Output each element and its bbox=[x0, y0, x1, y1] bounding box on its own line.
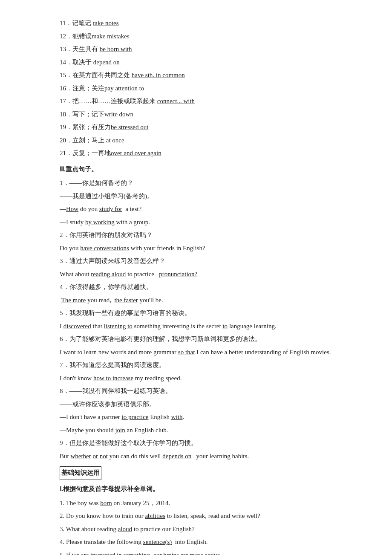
vocab-en-12: make mistakes bbox=[92, 33, 130, 40]
ps3-underline: aloud bbox=[118, 526, 132, 532]
vocab-item-11: 11．记笔记 take notes bbox=[60, 17, 341, 29]
jc-section-header: 基础知识运用 bbox=[60, 466, 341, 480]
practice-sentence-4: 4. Please translate the following senten… bbox=[60, 536, 341, 548]
sentence-3: 3．通过大声朗读来练习发音怎么样？ What about reading alo… bbox=[60, 255, 341, 280]
jc-box-label: 基础知识运用 bbox=[60, 466, 101, 480]
sentence-7-zh: 7．我不知道怎么提高我的阅读速度。 bbox=[60, 359, 341, 371]
sentence-5: 5．我发现听一些有趣的事是学习语言的秘诀。 I discovered that … bbox=[60, 307, 341, 332]
main-content: 11．记笔记 take notes 12．犯错误make mistakes 13… bbox=[60, 17, 341, 555]
vocab-en-18: write down bbox=[104, 111, 133, 118]
vocab-item-12: 12．犯错误make mistakes bbox=[60, 30, 341, 43]
sentence-9: 9．但是你是否能做好这个取决于你学习的习惯。 But whether or no… bbox=[60, 437, 341, 462]
practice-sentence-5: 5. If we are interested in something, ou… bbox=[60, 549, 341, 555]
vocab-en-14: depend on bbox=[93, 59, 120, 66]
section-i-label: Ⅰ.根据句意及首字母提示补全单词。 bbox=[60, 483, 341, 495]
sentence-8-en1: —I don't have a partner to practice Engl… bbox=[60, 411, 341, 423]
sentence-1: 1．——你是如何备考的？ ——我是通过小组学习(备考的)。 —How do yo… bbox=[60, 177, 341, 228]
sentence-8-zh1: 8．——我没有同伴和我一起练习英语。 bbox=[60, 385, 341, 397]
sentence-4-zh: 4．你读得越多，你学得就越快。 bbox=[60, 281, 341, 293]
sentence-6: 6．为了能够对英语电影有更好的理解，我想学习新单词和更多的语法。 I want … bbox=[60, 333, 341, 358]
practice-sentence-3: 3. What about reading aloud to practice … bbox=[60, 523, 341, 535]
ps1-underline: born bbox=[100, 500, 112, 506]
sentence-1-en1: —How do you study for a test? bbox=[60, 203, 341, 215]
vocab-en-17: connect... with bbox=[157, 98, 195, 104]
sentence-5-en: I discovered that listening to something… bbox=[60, 320, 341, 332]
sentence-1-zh2: ——我是通过小组学习(备考的)。 bbox=[60, 190, 341, 202]
sentence-4-en: The more you read, the faster you'll be. bbox=[60, 294, 341, 306]
vocab-en-15: have sth. in common bbox=[132, 72, 185, 78]
vocab-item-16: 16．注意；关注pay attention to bbox=[60, 82, 341, 95]
vocab-item-20: 20．立刻；马上 at once bbox=[60, 134, 341, 147]
sentence-7: 7．我不知道怎么提高我的阅读速度。 I don't know how to in… bbox=[60, 359, 341, 384]
vocab-item-17: 17．把……和……连接或联系起来 connect... with bbox=[60, 95, 341, 107]
sentence-7-en: I don't know how to increase my reading … bbox=[60, 372, 341, 384]
sentence-2-zh: 2．你用英语同你的朋友对话吗？ bbox=[60, 229, 341, 241]
vocab-item-19: 19．紧张；有压力be stressed out bbox=[60, 121, 341, 133]
vocab-en-20: at once bbox=[106, 137, 124, 144]
sentence-2: 2．你用英语同你的朋友对话吗？ Do you have conversation… bbox=[60, 229, 341, 254]
sentence-3-en: What about reading aloud to practice pro… bbox=[60, 268, 341, 280]
sentence-4: 4．你读得越多，你学得就越快。 The more you read, the f… bbox=[60, 281, 341, 306]
sentence-2-en: Do you have conversations with your frie… bbox=[60, 242, 341, 254]
sentence-6-en: I want to learn new words and more gramm… bbox=[60, 346, 341, 358]
vocab-section: 11．记笔记 take notes 12．犯错误make mistakes 13… bbox=[60, 17, 341, 159]
vocab-en-19: be stressed out bbox=[111, 124, 148, 130]
ps5-underline: active bbox=[205, 552, 220, 555]
vocab-item-18: 18．写下；记下write down bbox=[60, 108, 341, 121]
vocab-en-11: take notes bbox=[93, 20, 118, 26]
vocab-en-13: be born with bbox=[100, 46, 132, 52]
vocab-item-15: 15．在某方面有共同之处 have sth. in common bbox=[60, 69, 341, 81]
practice-sentence-2: 2. Do you know how to train our abilitie… bbox=[60, 510, 341, 522]
sentence-1-zh: 1．——你是如何备考的？ bbox=[60, 177, 341, 189]
ps2-underline: abilities bbox=[145, 512, 165, 519]
vocab-item-21: 21．反复；一再地over and over again bbox=[60, 147, 341, 159]
sentence-5-zh: 5．我发现听一些有趣的事是学习语言的秘诀。 bbox=[60, 307, 341, 319]
section-iii-header: Ⅲ.重点句子。 bbox=[60, 164, 341, 176]
vocab-en-21: over and over again bbox=[111, 150, 161, 156]
vocab-en-16: pay attention to bbox=[104, 85, 144, 92]
sentence-3-zh: 3．通过大声朗读来练习发音怎么样？ bbox=[60, 255, 341, 267]
sentence-9-en: But whether or not you can do this well … bbox=[60, 450, 341, 462]
sentence-8-en2: —Maybe you should join an English club. bbox=[60, 424, 341, 436]
practice-sentence-1: 1. The boy was born on January 25，2014. bbox=[60, 497, 341, 509]
vocab-item-14: 14．取决于 depend on bbox=[60, 56, 341, 69]
sentence-8: 8．——我没有同伴和我一起练习英语。 ——或许你应该参加英语俱乐部。 —I do… bbox=[60, 385, 341, 436]
sentence-6-zh: 6．为了能够对英语电影有更好的理解，我想学习新单词和更多的语法。 bbox=[60, 333, 341, 345]
vocab-item-13: 13．天生具有 be born with bbox=[60, 43, 341, 55]
sentence-8-zh2: ——或许你应该参加英语俱乐部。 bbox=[60, 398, 341, 410]
ps4-underline: sentence(s) bbox=[143, 538, 172, 545]
sentence-9-zh: 9．但是你是否能做好这个取决于你学习的习惯。 bbox=[60, 437, 341, 449]
sentence-1-en2: —I study by working with a group. bbox=[60, 216, 341, 228]
